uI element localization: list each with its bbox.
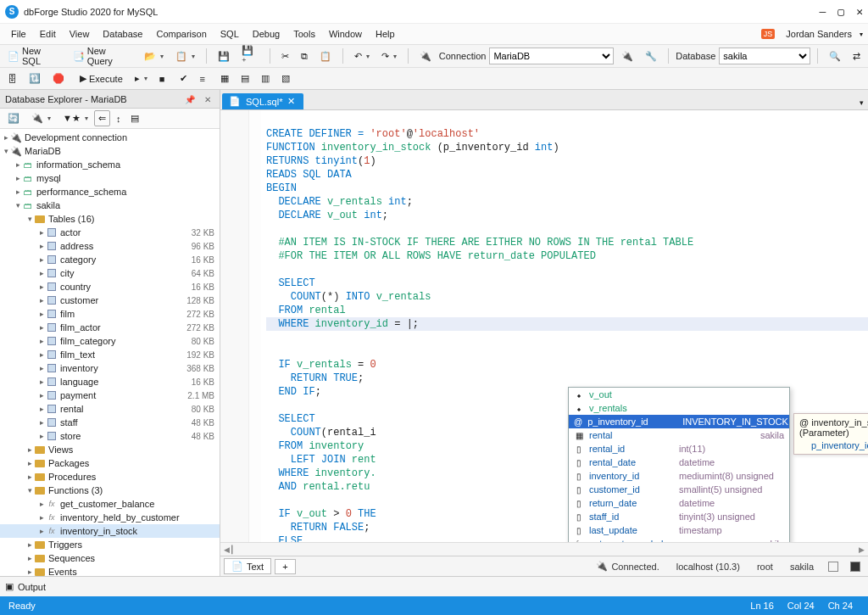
table-row: ▸country16 KB — [0, 280, 220, 294]
menu-database[interactable]: Database — [97, 27, 148, 41]
open-button[interactable]: 📂 — [140, 48, 168, 64]
filter-button[interactable]: ▼★ — [58, 110, 92, 126]
menu-window[interactable]: Window — [323, 27, 368, 41]
gutter — [220, 110, 249, 542]
db-tree[interactable]: ▸🔌Development connection ▾🔌MariaDB ▸🗃inf… — [0, 129, 220, 576]
nav-back-button[interactable]: ⇐ — [94, 110, 110, 126]
new-query-button[interactable]: 📑 New Query — [69, 43, 137, 69]
find-button[interactable]: 🔍 — [825, 48, 845, 64]
add-tab[interactable]: + — [275, 559, 295, 574]
tabs-dropdown-icon[interactable]: ▾ — [855, 96, 868, 109]
menu-comparison[interactable]: Comparison — [150, 27, 212, 41]
copy-button[interactable]: ⧉ — [297, 48, 312, 64]
cut-button[interactable]: ✂ — [277, 48, 293, 64]
stop-exec-button[interactable]: ■ — [155, 71, 170, 87]
status-col: Col 24 — [781, 601, 821, 611]
table-row: ▸language16 KB — [0, 375, 220, 389]
autocomplete-item-selected: @p_inventory_idINVENTORY_IN_STOCK — [569, 415, 789, 428]
layout2-button[interactable]: ▤ — [236, 70, 253, 87]
paste-button[interactable]: 📋 — [315, 48, 336, 64]
new-connection-button[interactable]: 🔌 — [27, 110, 55, 126]
database-select[interactable]: sakila — [719, 48, 810, 64]
horiz-scroll-left-icon[interactable]: ◀┃ — [224, 545, 234, 554]
table-row: ▸rental80 KB — [0, 402, 220, 416]
menu-sql[interactable]: SQL — [214, 27, 245, 41]
editor-area: 📄 SQL.sql* ✕ ▾ CREATE DEFINER = 'root'@'… — [220, 90, 868, 576]
connection-select[interactable]: MariaDB — [489, 48, 614, 64]
menu-file[interactable]: File — [5, 27, 32, 41]
layout4-button[interactable]: ▧ — [277, 70, 294, 87]
db-explorer-panel: Database Explorer - MariaDB 📌 ✕ 🔄 🔌 ▼★ ⇐… — [0, 90, 220, 576]
function-icon: fx — [574, 540, 584, 543]
menu-tools[interactable]: Tools — [287, 27, 321, 41]
horiz-scroll-right-icon[interactable]: ▶ — [859, 545, 865, 554]
table-row: ▸staff48 KB — [0, 416, 220, 429]
menu-help[interactable]: Help — [370, 27, 401, 41]
sql-toolbar: 🗄 🔃 🛑 ▶ Execute ▸ ■ ✔ ≡ ▦ ▤ ▥ ▧ — [0, 68, 868, 90]
maximize-icon[interactable]: ▢ — [837, 5, 844, 18]
column-icon: ▯ — [574, 444, 584, 454]
menu-edit[interactable]: Edit — [34, 27, 62, 41]
table-row: ▸actor32 KB — [0, 226, 220, 239]
sort-button[interactable]: ▤ — [126, 110, 143, 126]
connection-icon[interactable]: 🔌 — [415, 48, 436, 64]
db-explorer-title: Database Explorer - MariaDB — [5, 94, 181, 104]
menu-debug[interactable]: Debug — [247, 27, 286, 41]
table-row: ▸customer128 KB — [0, 294, 220, 307]
layout3-button[interactable]: ▥ — [257, 70, 274, 87]
check-button[interactable]: ✔ — [175, 70, 192, 87]
db-status: sakila — [783, 562, 821, 572]
connection-label: Connection — [439, 51, 487, 61]
pin-icon[interactable]: 📌 — [181, 95, 198, 104]
menu-view[interactable]: View — [64, 27, 96, 41]
folder-icon — [34, 444, 46, 455]
panel-close-icon[interactable]: ✕ — [201, 95, 214, 104]
file-icon: 📄 — [229, 96, 241, 107]
parameter-icon: @ — [574, 417, 582, 427]
db-refresh-button[interactable]: 🔃 — [25, 70, 45, 87]
text-tab[interactable]: 📄 Text — [224, 558, 271, 574]
recent-button[interactable]: 📋 — [171, 48, 199, 64]
fold-gutter — [249, 110, 261, 542]
options-button[interactable]: ⇄ — [849, 48, 865, 64]
database-icon: 🗃 — [22, 200, 34, 210]
parameter-tooltip: @ inventory_in_stock.p_inventory_id (Par… — [793, 413, 868, 455]
tab-close-icon[interactable]: ✕ — [287, 96, 295, 107]
refresh-conn-icon[interactable]: 🔧 — [641, 48, 661, 64]
execute-button[interactable]: ▶ Execute — [75, 70, 127, 87]
save-button[interactable]: 💾 — [214, 48, 234, 64]
status-ch: Ch 24 — [821, 601, 860, 611]
table-icon — [46, 227, 58, 238]
editor-tab[interactable]: 📄 SQL.sql* ✕ — [222, 93, 303, 109]
layout1-button[interactable]: ▦ — [216, 70, 233, 87]
plug-icon: 🔌 — [10, 146, 22, 156]
collapse-button[interactable]: ↕ — [112, 111, 125, 126]
output-panel-header[interactable]: ▣ Output — [0, 576, 868, 596]
param-icon: @ — [799, 417, 811, 428]
variable-icon: ⬥ — [574, 390, 584, 400]
minimize-icon[interactable]: — — [820, 5, 826, 18]
db-stop-button[interactable]: 🛑 — [48, 70, 69, 87]
title-bar: S dbForge Studio 2020 for MySQL — ▢ ✕ — [0, 0, 868, 24]
refresh-tree-button[interactable]: 🔄 — [3, 110, 24, 126]
execute-mode-button[interactable]: ▸ — [131, 70, 152, 87]
db-object-button[interactable]: 🗄 — [3, 71, 21, 87]
connection-settings-icon[interactable]: 🔌 — [617, 48, 637, 64]
function-row: ▸fxinventory_in_stock — [0, 524, 220, 538]
editor-footer: 📄 Text + 🔌Connected. localhost (10.3) ro… — [220, 556, 868, 576]
save-all-button[interactable]: 💾⁺ — [237, 42, 263, 70]
undo-button[interactable]: ↶ — [350, 48, 374, 64]
user-menu[interactable]: Jordan Sanders — [780, 27, 858, 41]
table-row: ▸film_category80 KB — [0, 334, 220, 348]
autocomplete-popup[interactable]: ⬥v_out ⬥v_rentals @p_inventory_idINVENTO… — [568, 387, 790, 542]
format-button[interactable]: ≡ — [195, 71, 209, 87]
main-toolbar: 📄 New SQL 📑 New Query 📂 📋 💾 💾⁺ ✂ ⧉ 📋 ↶ ↷… — [0, 44, 868, 68]
database-label: Database — [676, 51, 715, 61]
redo-button[interactable]: ↷ — [377, 48, 401, 64]
status-ready: Ready — [8, 601, 743, 611]
close-icon[interactable]: ✕ — [856, 5, 863, 18]
table-row: ▸film_actor272 KB — [0, 321, 220, 334]
fullscreen-button[interactable] — [846, 559, 865, 574]
new-sql-button[interactable]: 📄 New SQL — [3, 43, 65, 69]
split-button[interactable] — [824, 559, 843, 574]
